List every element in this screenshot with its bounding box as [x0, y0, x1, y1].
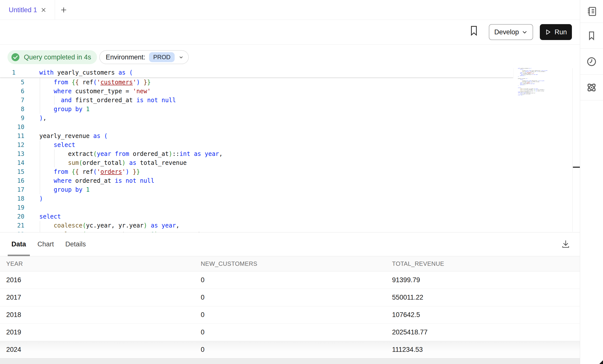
- code-line-16[interactable]: 16 where ordered_at is not null: [0, 176, 580, 185]
- line-number: 11: [0, 132, 24, 140]
- column-header-new_customers: NEW_CUSTOMERS: [195, 260, 386, 267]
- run-label: Run: [554, 28, 567, 36]
- new-tab-button[interactable]: [60, 7, 67, 13]
- table-row: 20170550011.22: [0, 289, 580, 306]
- code-line-18[interactable]: 18): [0, 194, 580, 203]
- code-line-22[interactable]: 22 coalesce(yc.new_customers, 0) as new_…: [0, 230, 580, 232]
- line-number: 7: [0, 96, 24, 105]
- cell-total_revenue: 107642.5: [386, 311, 580, 319]
- column-header-total_revenue: TOTAL_REVENUE: [386, 260, 580, 267]
- cell-year: 2019: [0, 328, 195, 336]
- minimap[interactable]: with yearly_customers as ( select extrac…: [518, 68, 549, 97]
- cell-new_customers: 0: [195, 276, 386, 284]
- cell-new_customers: 0: [195, 311, 386, 319]
- results-panel: DataChartDetails YEARNEW_CUSTOMERSTOTAL_…: [0, 232, 580, 364]
- main-area: Untitled 1 Develop Run Query completed i…: [0, 0, 580, 364]
- cursor-position-marker: [573, 167, 580, 168]
- resize-corner[interactable]: [599, 360, 603, 364]
- line-number: 9: [0, 114, 24, 123]
- code-line-12[interactable]: 12 select: [0, 140, 580, 149]
- develop-button[interactable]: Develop: [489, 24, 533, 40]
- line-number: 20: [0, 212, 24, 221]
- line-number: 19: [0, 203, 24, 212]
- results-tabs: DataChartDetails: [0, 232, 580, 256]
- bookmark-icon: [586, 30, 597, 42]
- code-line-14[interactable]: 14 sum(order_total) as total_revenue: [0, 158, 580, 167]
- environment-selector[interactable]: Environment: PROD: [99, 50, 189, 64]
- horizontal-scrollbar[interactable]: [0, 358, 580, 364]
- cell-new_customers: 0: [195, 328, 386, 336]
- sidebar-item-notebook[interactable]: [580, 0, 603, 23]
- cell-total_revenue: 111234.53: [386, 346, 580, 354]
- cell-year: 2018: [0, 311, 195, 319]
- line-number: 17: [0, 185, 24, 194]
- query-status-text: Query completed in 4s: [24, 53, 91, 61]
- overview-ruler: [572, 68, 573, 232]
- sticky-line[interactable]: 1with yearly_customers as (: [0, 68, 513, 78]
- code-line-21[interactable]: 21 coalesce(yc.year, yr.year) as year,: [0, 221, 580, 230]
- table-header-row: YEARNEW_CUSTOMERSTOTAL_REVENUE: [0, 256, 580, 272]
- line-number: 8: [0, 105, 24, 114]
- code-line-13[interactable]: 13 extract(year from ordered_at)::int as…: [0, 149, 580, 158]
- line-number: 13: [0, 149, 24, 158]
- code-line-17[interactable]: 17 group by 1: [0, 185, 580, 194]
- sidebar-item-history[interactable]: [580, 49, 603, 75]
- code-line-5[interactable]: 5 from {{ ref('customers') }}: [0, 78, 580, 87]
- environment-label: Environment:: [106, 53, 145, 61]
- app-logo-icon: [585, 81, 598, 94]
- line-number: 16: [0, 176, 24, 185]
- play-icon: [545, 29, 551, 35]
- cell-new_customers: 0: [195, 346, 386, 354]
- sidebar-item-bookmarks[interactable]: [580, 23, 603, 49]
- check-circle-icon: [11, 52, 20, 62]
- table-row: 201902025418.77: [0, 324, 580, 341]
- code-line-10[interactable]: 10: [0, 123, 580, 132]
- close-icon[interactable]: [41, 7, 47, 13]
- download-icon[interactable]: [561, 239, 571, 249]
- code-line-7[interactable]: 7 and first_ordered_at is not null: [0, 96, 580, 105]
- line-number: 21: [0, 221, 24, 230]
- cell-total_revenue: 2025418.77: [386, 328, 580, 336]
- line-number: 14: [0, 158, 24, 167]
- cell-year: 2024: [0, 346, 195, 354]
- line-number: 18: [0, 194, 24, 203]
- chevron-down-icon: [178, 54, 184, 60]
- table-row: 2016091399.79: [0, 272, 580, 289]
- sql-editor[interactable]: 5 from {{ ref('customers') }}6 where cus…: [0, 68, 580, 232]
- chevron-down-icon: [522, 29, 528, 35]
- toolbar: Develop Run: [0, 20, 580, 45]
- sidebar-item-app[interactable]: [580, 75, 603, 100]
- notebook-icon: [586, 5, 598, 17]
- code-line-11[interactable]: 11yearly_revenue as (: [0, 132, 580, 140]
- tab-untitled-1[interactable]: Untitled 1: [0, 0, 55, 20]
- code-line-19[interactable]: 19: [0, 203, 580, 212]
- code-line-8[interactable]: 8 group by 1: [0, 105, 580, 114]
- right-sidebar: [580, 0, 603, 364]
- code-line-6[interactable]: 6 where customer_type = 'new': [0, 87, 580, 96]
- cell-total_revenue: 550011.22: [386, 294, 580, 301]
- results-tab-data[interactable]: Data: [8, 232, 30, 256]
- tab-title: Untitled 1: [9, 6, 37, 14]
- line-number: 12: [0, 140, 24, 149]
- results-tab-details[interactable]: Details: [62, 232, 90, 256]
- line-number: 6: [0, 87, 24, 96]
- status-row: Query completed in 4s Environment: PROD: [0, 45, 580, 68]
- history-icon: [586, 56, 598, 68]
- table-row: 20240111234.53: [0, 341, 580, 359]
- column-header-year: YEAR: [0, 260, 195, 267]
- line-number: 15: [0, 167, 24, 176]
- results-tab-chart[interactable]: Chart: [34, 232, 58, 256]
- bookmark-icon[interactable]: [470, 25, 478, 37]
- table-row: 20180107642.5: [0, 306, 580, 324]
- line-number: 1: [12, 68, 15, 77]
- line-number: 22: [0, 230, 24, 232]
- line-number: 10: [0, 123, 24, 132]
- code-line-15[interactable]: 15 from {{ ref('orders') }}: [0, 167, 580, 176]
- cell-year: 2016: [0, 276, 195, 284]
- cell-year: 2017: [0, 294, 195, 301]
- query-status-pill: Query completed in 4s: [7, 50, 97, 64]
- tab-bar: Untitled 1: [0, 0, 580, 20]
- run-button[interactable]: Run: [540, 24, 572, 40]
- code-line-9[interactable]: 9),: [0, 114, 580, 123]
- code-line-20[interactable]: 20select: [0, 212, 580, 221]
